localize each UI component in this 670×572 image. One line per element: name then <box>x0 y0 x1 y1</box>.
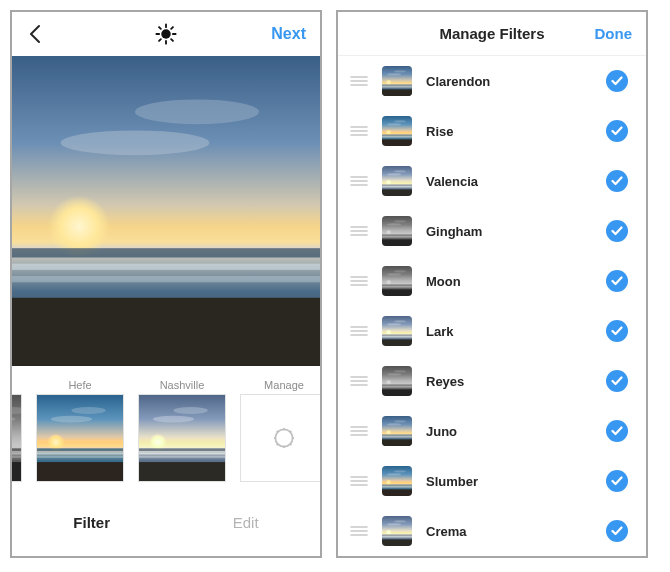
filter-name: Reyes <box>426 374 592 389</box>
tab-filter[interactable]: Filter <box>73 514 110 531</box>
filters-list[interactable]: ClarendonRiseValenciaGinghamMoonLarkReye… <box>338 56 646 556</box>
svg-line-15 <box>159 39 161 41</box>
filter-row[interactable]: Slumber <box>338 456 646 506</box>
next-button[interactable]: Next <box>271 12 306 56</box>
filter-preview-thumb <box>382 466 412 496</box>
filter-name: Gingham <box>426 224 592 239</box>
filter-name: Lark <box>426 324 592 339</box>
filter-preview-thumb <box>382 416 412 446</box>
filter-row[interactable]: Rise <box>338 106 646 156</box>
filter-preview-thumb <box>382 216 412 246</box>
filter-thumb-label: Nashville <box>160 376 205 394</box>
filter-thumb-label: Hefe <box>68 376 91 394</box>
svg-line-16 <box>171 27 173 29</box>
filter-thumb[interactable]: Nashville <box>138 376 226 482</box>
filter-row[interactable]: Lark <box>338 306 646 356</box>
filter-row[interactable]: Moon <box>338 256 646 306</box>
drag-handle-icon[interactable] <box>350 225 368 237</box>
drag-handle-icon[interactable] <box>350 125 368 137</box>
filter-enabled-check[interactable] <box>606 120 628 142</box>
filter-preview-thumb <box>382 66 412 96</box>
page-title: Manage Filters <box>439 25 544 42</box>
drag-handle-icon[interactable] <box>350 375 368 387</box>
editor-header: Next <box>12 12 320 56</box>
filter-preview-thumb <box>382 266 412 296</box>
tab-edit[interactable]: Edit <box>233 514 259 531</box>
filter-enabled-check[interactable] <box>606 170 628 192</box>
svg-line-14 <box>171 39 173 41</box>
lux-icon[interactable] <box>155 23 177 45</box>
filter-enabled-check[interactable] <box>606 520 628 542</box>
drag-handle-icon[interactable] <box>350 325 368 337</box>
svg-line-13 <box>159 27 161 29</box>
filter-name: Clarendon <box>426 74 592 89</box>
done-button[interactable]: Done <box>595 12 633 55</box>
filter-row[interactable]: Reyes <box>338 356 646 406</box>
bottom-tabs: Filter Edit <box>12 498 320 546</box>
manage-filters-screen: Manage Filters Done ClarendonRiseValenci… <box>336 10 648 558</box>
drag-handle-icon[interactable] <box>350 525 368 537</box>
filter-thumb-label: Manage <box>264 376 304 394</box>
filter-enabled-check[interactable] <box>606 270 628 292</box>
filter-enabled-check[interactable] <box>606 70 628 92</box>
filter-enabled-check[interactable] <box>606 220 628 242</box>
photo-edit-screen: Next ell Hefe Nashville Mana <box>10 10 322 558</box>
filter-row[interactable]: Clarendon <box>338 56 646 106</box>
filter-preview-thumb <box>382 516 412 546</box>
manage-header: Manage Filters Done <box>338 12 646 56</box>
manage-filters-thumb[interactable]: Manage <box>240 376 322 482</box>
filter-enabled-check[interactable] <box>606 470 628 492</box>
filter-name: Slumber <box>426 474 592 489</box>
filter-row[interactable]: Valencia <box>338 156 646 206</box>
svg-line-22 <box>277 431 279 433</box>
filter-row[interactable]: Gingham <box>338 206 646 256</box>
svg-point-8 <box>161 29 171 39</box>
filter-strip[interactable]: ell Hefe Nashville Manage <box>12 366 320 498</box>
svg-line-23 <box>290 444 292 446</box>
filter-row[interactable]: Juno <box>338 406 646 456</box>
filter-row[interactable]: Crema <box>338 506 646 556</box>
filter-name: Moon <box>426 274 592 289</box>
back-button[interactable] <box>20 12 50 56</box>
svg-line-24 <box>277 444 279 446</box>
filter-name: Juno <box>426 424 592 439</box>
photo-preview[interactable] <box>12 56 320 366</box>
drag-handle-icon[interactable] <box>350 175 368 187</box>
filter-thumb[interactable]: Hefe <box>36 376 124 482</box>
filter-preview-thumb <box>382 316 412 346</box>
filter-name: Rise <box>426 124 592 139</box>
svg-line-25 <box>290 431 292 433</box>
drag-handle-icon[interactable] <box>350 275 368 287</box>
drag-handle-icon[interactable] <box>350 475 368 487</box>
filter-enabled-check[interactable] <box>606 370 628 392</box>
drag-handle-icon[interactable] <box>350 75 368 87</box>
filter-name: Valencia <box>426 174 592 189</box>
filter-preview-thumb <box>382 366 412 396</box>
filter-thumb[interactable]: ell <box>10 376 22 482</box>
filter-enabled-check[interactable] <box>606 420 628 442</box>
filter-name: Crema <box>426 524 592 539</box>
filter-enabled-check[interactable] <box>606 320 628 342</box>
filter-preview-thumb <box>382 116 412 146</box>
filter-preview-thumb <box>382 166 412 196</box>
manage-gear-icon <box>240 394 322 482</box>
drag-handle-icon[interactable] <box>350 425 368 437</box>
